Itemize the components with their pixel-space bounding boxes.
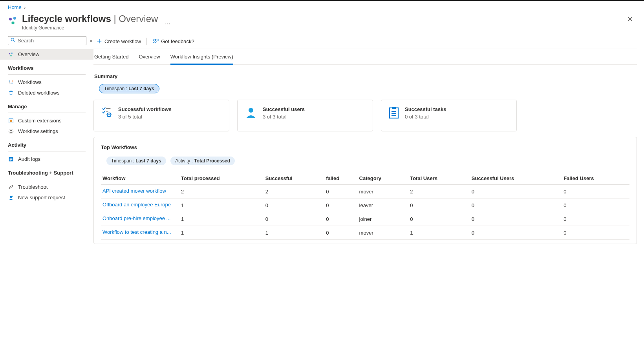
sidebar-item-new-support-request[interactable]: New support request (0, 192, 93, 203)
collapse-sidebar-button[interactable]: « (90, 38, 92, 44)
cell-successful-users: 0 (470, 226, 562, 240)
cell-total-processed: 2 (179, 185, 264, 199)
sidebar-section-manage: Manage (0, 98, 93, 112)
col-workflow[interactable]: Workflow (101, 172, 179, 185)
workflow-icon (8, 80, 14, 85)
table-row: Workflow to test creating a n...110mover… (101, 226, 629, 240)
col-failed[interactable]: failed (324, 172, 357, 185)
sidebar-item-troubleshoot[interactable]: Troubleshoot (0, 182, 93, 192)
pill-value: Total Processed (194, 158, 230, 164)
cell-category: mover (358, 226, 409, 240)
svg-point-5 (9, 53, 11, 54)
sidebar-item-label: Deleted workflows (18, 90, 60, 96)
workflow-link[interactable]: Offboard an employee Europe (102, 202, 171, 208)
page-subtitle: Identity Governance (22, 25, 158, 31)
card-title: Successful workflows (118, 106, 172, 112)
breadcrumb-home[interactable]: Home (8, 4, 22, 10)
svg-point-9 (12, 80, 13, 82)
log-icon (8, 157, 14, 162)
sidebar-item-deleted-workflows[interactable]: Deleted workflows (0, 87, 93, 98)
search-input[interactable] (18, 38, 84, 44)
col-successful[interactable]: Successful (264, 172, 324, 185)
sidebar-item-audit-logs[interactable]: Audit logs (0, 154, 93, 164)
cell-successful: 2 (264, 185, 324, 199)
support-icon (8, 195, 14, 200)
checklist-gear-icon (101, 106, 113, 119)
gear-icon (8, 129, 14, 134)
summary-title: Summary (93, 65, 637, 84)
cell-successful: 0 (264, 199, 324, 212)
card-title: Successful users (263, 106, 305, 112)
tab-workflow-insights[interactable]: Workflow Insights (Preview) (170, 54, 233, 65)
sidebar-item-workflows[interactable]: Workflows (0, 77, 93, 87)
sidebar-item-label: Overview (18, 51, 39, 57)
card-successful-tasks: Successful tasks 0 of 3 total (381, 100, 517, 131)
card-value: 3 of 3 total (263, 114, 305, 120)
sidebar-item-label: Workflows (18, 79, 42, 85)
pill-label: Activity : (175, 158, 194, 164)
cell-failed-users: 0 (562, 199, 629, 212)
sidebar-section-activity: Activity (0, 137, 93, 150)
col-total-processed[interactable]: Total processed (179, 172, 264, 185)
cell-total-users: 0 (408, 199, 470, 212)
page-title-sep: | (111, 13, 119, 24)
main-content: Create workflow Got feedback? Getting St… (93, 36, 644, 256)
close-button[interactable]: ✕ (624, 13, 636, 25)
cell-failed: 0 (324, 212, 357, 226)
create-workflow-button[interactable]: Create workflow (97, 38, 141, 44)
card-successful-users: Successful users 3 of 3 total (237, 100, 373, 131)
search-input-wrap[interactable] (8, 36, 86, 45)
workflow-link[interactable]: Onboard pre-hire employee ... (102, 215, 170, 221)
table-row: Onboard pre-hire employee ...100joiner00… (101, 212, 629, 226)
cell-total-users: 2 (408, 185, 470, 199)
col-category[interactable]: Category (358, 172, 409, 185)
svg-point-24 (108, 114, 110, 115)
cell-failed: 0 (324, 185, 357, 199)
svg-point-7 (10, 55, 12, 56)
cell-successful: 0 (264, 212, 324, 226)
more-menu-button[interactable]: ⋯ (165, 21, 170, 27)
cell-category: mover (358, 185, 409, 199)
cell-category: leaver (358, 199, 409, 212)
pill-value: Last 7 days (135, 158, 161, 164)
svg-point-8 (9, 80, 10, 82)
trash-icon (8, 90, 14, 96)
search-icon (11, 38, 15, 44)
tab-getting-started[interactable]: Getting Started (94, 54, 128, 64)
svg-point-10 (11, 82, 13, 84)
wrench-icon (8, 184, 14, 190)
top-workflows-title: Top Workflows (101, 144, 629, 150)
col-total-users[interactable]: Total Users (408, 172, 470, 185)
sidebar-item-label: New support request (18, 195, 65, 200)
feedback-button[interactable]: Got feedback? (152, 38, 194, 44)
workflow-link[interactable]: Workflow to test creating a n... (102, 229, 171, 235)
svg-point-1 (13, 17, 16, 20)
timespan-filter-pill[interactable]: Timespan : Last 7 days (99, 84, 159, 93)
cell-total-processed: 1 (179, 199, 264, 212)
cell-total-processed: 1 (179, 226, 264, 240)
col-failed-users[interactable]: Failed Users (562, 172, 629, 185)
cell-failed-users: 0 (562, 185, 629, 199)
sidebar-item-workflow-settings[interactable]: Workflow settings (0, 126, 93, 137)
sidebar-item-custom-extensions[interactable]: Custom extensions (0, 115, 93, 126)
card-title: Successful tasks (405, 106, 446, 112)
lifecycle-icon (8, 13, 18, 27)
svg-point-2 (11, 22, 14, 24)
sidebar-item-label: Workflow settings (18, 128, 58, 134)
cell-category: joiner (358, 212, 409, 226)
pill-value: Last 7 days (128, 86, 154, 91)
svg-point-20 (154, 39, 156, 41)
clipboard-icon (388, 106, 399, 120)
sidebar-item-overview[interactable]: Overview (0, 49, 93, 60)
workflow-link[interactable]: API created mover workflow (102, 188, 166, 194)
card-value: 0 of 3 total (405, 114, 446, 120)
card-successful-workflows: Successful workflows 3 of 5 total (93, 100, 229, 131)
col-successful-users[interactable]: Successful Users (470, 172, 562, 185)
tab-overview[interactable]: Overview (139, 54, 160, 64)
cell-successful-users: 0 (470, 212, 562, 226)
timespan-pill[interactable]: Timespan : Last 7 days (106, 157, 166, 165)
table-row: Offboard an employee Europe100leaver000 (101, 199, 629, 212)
activity-pill[interactable]: Activity : Total Processed (170, 157, 235, 165)
toolbar-separator (146, 38, 147, 45)
toolbar-button-label: Create workflow (104, 38, 141, 44)
